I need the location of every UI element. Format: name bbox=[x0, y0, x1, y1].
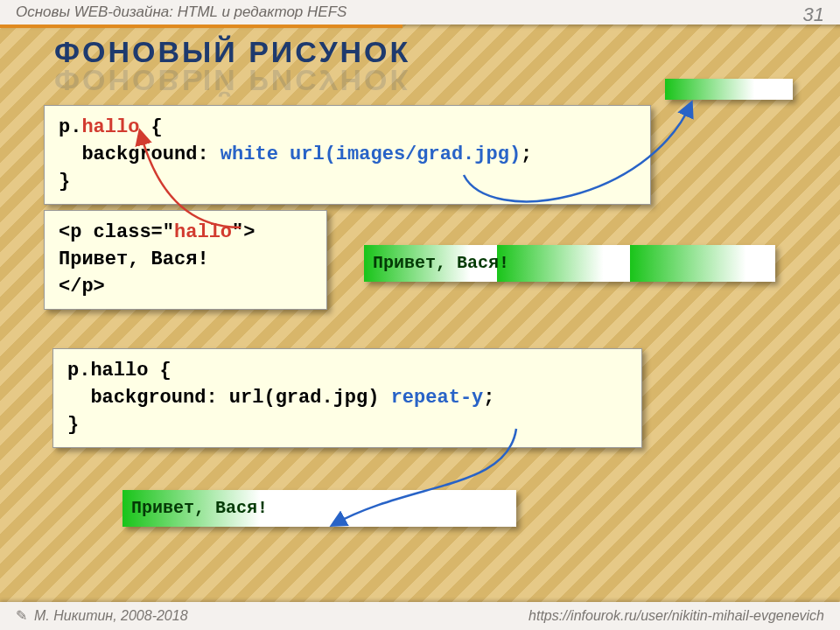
rendered-greeting-repeat-y: Привет, Вася! bbox=[122, 490, 516, 527]
rendered-greeting-repeat-x: Привет, Вася! bbox=[364, 245, 775, 282]
footer-url: https://infourok.ru/user/nikitin-mihail-… bbox=[528, 602, 824, 630]
footer-author: ✎М. Никитин, 2008-2018 bbox=[16, 602, 188, 630]
greeting-text: Привет, Вася! bbox=[373, 253, 509, 273]
class-name: hallo bbox=[81, 116, 139, 138]
slide-number: 31 bbox=[803, 4, 824, 26]
slide-footer: ✎М. Никитин, 2008-2018 https://infourok.… bbox=[0, 602, 840, 630]
code-css-repeat-y: p.hallo { background: url(grad.jpg) repe… bbox=[52, 348, 642, 448]
class-name: hallo bbox=[174, 221, 232, 243]
keyword-repeat-y: repeat-y bbox=[391, 387, 484, 409]
slide-header: Основы WEB-дизайна: HTML и редактор HEFS bbox=[0, 0, 840, 24]
gradient-swatch bbox=[665, 79, 793, 100]
keyword-white: white bbox=[220, 144, 278, 165]
code-html-paragraph: <p class="hallo"> Привет, Вася! </p> bbox=[44, 210, 327, 310]
slide-title-reflection: ФОНОВЫЙ РИСУНОК bbox=[54, 63, 410, 97]
code-css-background: p.hallo { background: white url(images/g… bbox=[44, 105, 651, 205]
url-value: url(images/grad.jpg) bbox=[290, 144, 521, 165]
slide-subtitle: Основы WEB-дизайна: HTML и редактор HEFS bbox=[16, 4, 346, 20]
accent-bar bbox=[0, 24, 402, 28]
greeting-text: Привет, Вася! bbox=[131, 498, 268, 518]
pencil-icon: ✎ bbox=[16, 608, 27, 623]
